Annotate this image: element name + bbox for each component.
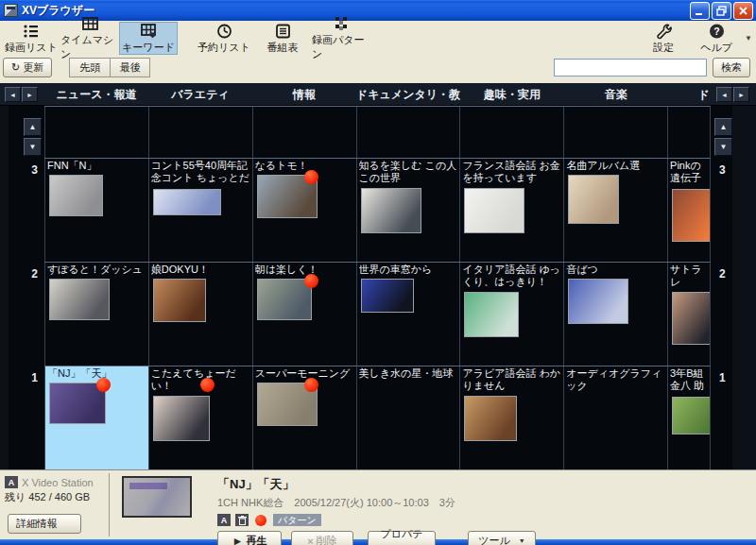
program-thumbnail: [672, 397, 710, 434]
category-header[interactable]: 趣味・実用: [460, 83, 564, 105]
toolbar-button-time-machine[interactable]: タイムマシン: [60, 22, 119, 55]
program-cell[interactable]: サトラレ: [667, 263, 710, 366]
program-cell[interactable]: FNN「N」: [44, 159, 148, 262]
toolbar-button-reserve-list[interactable]: 予約リスト: [195, 22, 253, 55]
scroll-up-icon[interactable]: ▲: [24, 118, 42, 136]
selected-program-thumbnail: [122, 476, 192, 518]
program-thumbnail: [464, 188, 524, 233]
first-button[interactable]: 先頭: [70, 59, 110, 77]
station-name: X Video Station: [22, 477, 94, 488]
program-cell[interactable]: 音ばつ: [563, 263, 667, 366]
toolbar-left-group: 録画リストタイムマシンキーワード予約リスト番組表録画パターン: [2, 22, 370, 55]
left-row-sidebar: ▲ ▼ 321: [0, 106, 44, 469]
toolbar-button-record-pattern[interactable]: 録画パターン: [312, 22, 370, 55]
program-cell[interactable]: 娘DOKYU！: [148, 263, 252, 366]
program-grid: FNN「N」コント55号40周年記念コント ちょっとだけ見せますSPなるトモ！知…: [44, 106, 711, 469]
category-header[interactable]: バラエティ: [148, 83, 252, 105]
panel-divider: [109, 473, 110, 536]
program-title: アラビア語会話 わかりません: [462, 367, 561, 393]
last-button[interactable]: 最後: [110, 59, 149, 77]
program-title: コント55号40周年記念コント ちょっとだけ見せますSP: [151, 160, 250, 186]
reserve-list-icon: [215, 23, 233, 40]
program-thumbnail: [153, 396, 210, 441]
program-cell[interactable]: オーディオグラフィック: [563, 366, 667, 469]
toolbar-button-settings-wrench[interactable]: 設定: [637, 22, 690, 55]
delete-button[interactable]: ×削除: [291, 531, 353, 545]
program-title: 世界の車窓から: [359, 264, 458, 276]
program-cell[interactable]: 3年B組金八 助で入試に: [667, 366, 710, 469]
program-title: 音ばつ: [566, 264, 665, 276]
scroll-down-icon[interactable]: ▼: [24, 138, 42, 156]
scroll-right-icon[interactable]: ►: [733, 87, 749, 102]
toolbar-button-label: 録画パターン: [312, 33, 370, 61]
detail-info-button[interactable]: 詳細情報: [8, 514, 81, 534]
program-cell[interactable]: Pinkの遺伝子baby: [667, 159, 710, 262]
scroll-left-icon[interactable]: ◄: [716, 87, 732, 102]
program-title: フランス語会話 お金を持っています: [462, 160, 561, 185]
program-thumbnail: [49, 279, 110, 320]
toolbar-button-program-guide[interactable]: 番組表: [253, 22, 312, 55]
program-cell[interactable]: 名曲アルバム選: [563, 159, 667, 262]
program-cell[interactable]: こたえてちょーだい！: [148, 366, 252, 469]
properties-button[interactable]: プロパティ: [368, 531, 436, 545]
program-title: 朝は楽しく！: [255, 264, 354, 276]
selected-program-title: 「NJ」「天」: [217, 476, 756, 493]
program-thumbnail: [464, 292, 519, 337]
row-number: 1: [31, 371, 38, 384]
scroll-left-icon[interactable]: ◄: [5, 87, 21, 102]
delete-x-icon: ×: [307, 536, 313, 545]
svg-text:?: ?: [713, 25, 719, 36]
recording-indicator: [304, 378, 318, 392]
close-button[interactable]: [733, 2, 753, 20]
category-header[interactable]: 音楽: [564, 83, 668, 105]
program-cell[interactable]: スーパーモーニング: [252, 366, 356, 469]
empty-cell: [252, 107, 356, 158]
recording-indicator: [304, 170, 318, 184]
program-cell[interactable]: 朝は楽しく！: [252, 263, 356, 366]
category-header[interactable]: ニュース・報道: [44, 83, 148, 105]
program-cell[interactable]: すぽると！ダッシュ: [44, 263, 148, 366]
toolbar-button-recording-list[interactable]: 録画リスト: [2, 22, 60, 55]
toolbar-button-help-question[interactable]: ?ヘルプ: [690, 22, 743, 55]
restore-button[interactable]: [712, 2, 731, 20]
program-cell[interactable]: 世界の車窓から: [356, 263, 460, 366]
category-header[interactable]: ドキュメンタリ・教養: [356, 83, 460, 105]
program-thumbnail: [672, 189, 710, 242]
title-bar: XVブラウザー: [0, 0, 756, 21]
row-number: 2: [719, 267, 726, 281]
scroll-up-icon[interactable]: ▲: [714, 118, 732, 136]
recording-indicator: [304, 274, 318, 288]
quality-badge: A: [217, 514, 231, 526]
search-input[interactable]: [554, 59, 707, 77]
minimize-button[interactable]: [690, 2, 710, 20]
selected-program-info: 1CH NHK総合 2005/12/27(火) 10:00～10:03 3分: [217, 496, 756, 510]
grid-row: すぽると！ダッシュ娘DOKYU！朝は楽しく！世界の車窓からイタリア語会話 ゆっく…: [44, 262, 711, 366]
program-cell[interactable]: 「NJ」「天」: [44, 366, 148, 469]
category-header[interactable]: 情報: [252, 83, 356, 105]
empty-cell: [356, 107, 460, 158]
toolbar-button-keyword[interactable]: キーワード: [119, 22, 178, 55]
program-cell[interactable]: イタリア語会話 ゆっくり、はっきり！: [459, 263, 563, 366]
program-title: なるトモ！: [255, 160, 354, 172]
pattern-badge[interactable]: パターン: [273, 514, 321, 526]
tools-button[interactable]: ツール▼: [468, 531, 536, 545]
toolbar-overflow-chevron[interactable]: ▼: [745, 34, 752, 43]
category-header[interactable]: ド: [668, 83, 711, 105]
toolbar-right-group: 設定?ヘルプ: [637, 22, 743, 55]
program-cell[interactable]: コント55号40周年記念コント ちょっとだけ見せますSP: [148, 159, 252, 262]
search-button[interactable]: 検索: [713, 58, 750, 77]
scroll-down-icon[interactable]: ▼: [714, 138, 732, 156]
program-cell[interactable]: 知るを楽しむ この人この世界: [356, 159, 460, 262]
play-button[interactable]: ►再生: [217, 531, 282, 545]
recording-indicator: [200, 378, 215, 392]
program-cell[interactable]: フランス語会話 お金を持っています: [459, 159, 563, 262]
program-grid-area: ▲ ▼ 321 FNN「N」コント55号40周年記念コント ちょっとだけ見せます…: [0, 106, 756, 469]
scroll-right-icon[interactable]: ►: [22, 87, 38, 102]
program-thumbnail: [568, 279, 628, 324]
program-cell[interactable]: アラビア語会話 わかりません: [459, 366, 563, 469]
refresh-button[interactable]: ↻更新: [3, 58, 52, 77]
window-title: XVブラウザー: [22, 3, 690, 19]
toolbar-button-label: 番組表: [267, 41, 299, 55]
program-cell[interactable]: なるトモ！: [252, 159, 356, 262]
program-cell[interactable]: 美しき水の星・地球: [356, 366, 460, 469]
